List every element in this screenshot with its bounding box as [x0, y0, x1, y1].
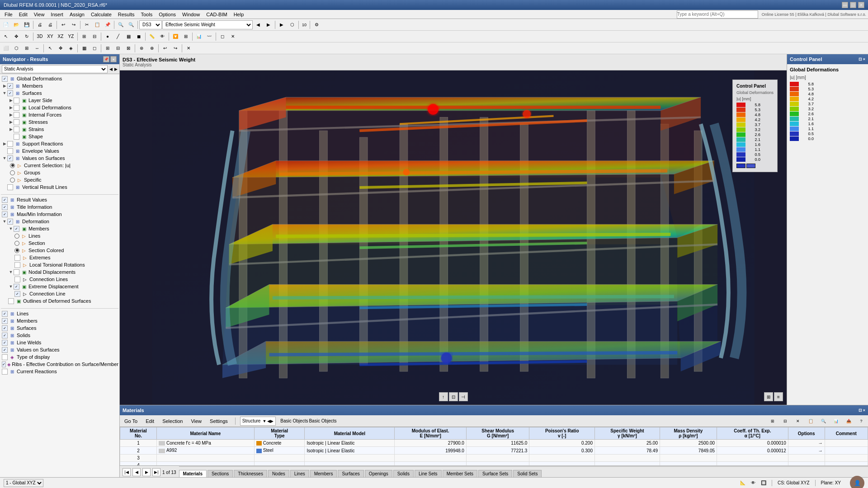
save-btn[interactable]: 💾 — [22, 20, 32, 30]
tb3-10[interactable]: ⊞ — [103, 43, 113, 53]
nav-result-values[interactable]: ✓ ⊞ Result Values — [1, 196, 118, 203]
nav-check-envelope[interactable] — [7, 148, 13, 154]
nav-check-members2[interactable]: ✓ — [14, 226, 19, 232]
tb3-9[interactable]: ◻ — [90, 43, 99, 53]
select-btn[interactable]: ↖ — [1, 32, 11, 42]
nav-global-def[interactable]: ✓ ⊞ Global Deformations — [1, 75, 118, 82]
new-btn[interactable]: 📄 — [1, 20, 11, 30]
tab-solid-sets[interactable]: Solid Sets — [513, 470, 542, 477]
menu-calculate[interactable]: Calculate — [88, 11, 114, 18]
nav-nodal-displ[interactable]: ▼ ▣ Nodal Displacements — [1, 268, 118, 276]
move-btn[interactable]: ✥ — [11, 32, 21, 42]
nav-check-deformation[interactable]: ✓ — [7, 219, 13, 225]
th-rho[interactable]: Mass Densityρ [kg/m³] — [660, 427, 717, 440]
nav-values-on-surfaces3[interactable]: ✓ ⊞ Values on Surfaces — [1, 346, 118, 353]
group-btn[interactable]: ⊞ — [181, 32, 191, 42]
structure-nav-next[interactable]: ▶ — [270, 419, 274, 423]
table-row[interactable]: 4 — [120, 461, 868, 465]
window-controls[interactable]: — □ × — [842, 2, 864, 8]
th-g[interactable]: Shear ModulusG [N/mm²] — [466, 427, 529, 440]
tab-lines[interactable]: Lines — [290, 470, 309, 477]
print2-btn[interactable]: 🖨 — [45, 20, 55, 30]
nav-current-reactions[interactable]: ⊞ Current Reactions — [1, 368, 118, 375]
tb3-11[interactable]: ⊟ — [113, 43, 123, 53]
menu-options[interactable]: Options — [156, 11, 179, 18]
nav-section-colored[interactable]: ▷ Section Colored — [1, 247, 118, 254]
nav-analysis-dropdown[interactable]: Static Analysis — [2, 65, 108, 73]
nav-members2[interactable]: ▼ ✓ ▣ Members — [1, 225, 118, 232]
tab-surfaces[interactable]: Surfaces — [338, 470, 363, 477]
view-right-btn[interactable]: ⊡ — [449, 392, 458, 401]
nav-check-connection-lines[interactable] — [14, 277, 20, 282]
nav-values-surfaces[interactable]: ▼ ✓ ⊞ Values on Surfaces — [1, 155, 118, 162]
tb3-5[interactable]: ↖ — [45, 43, 55, 53]
view-3d-btn[interactable]: 3D — [35, 32, 45, 42]
wire-btn[interactable]: ⬡ — [287, 20, 297, 30]
bottom-panel-undock-btn[interactable]: ⊡ — [859, 408, 862, 413]
nav-surfaces3[interactable]: ✓ ⊞ Surfaces — [1, 324, 118, 332]
nav-check-values-surfaces[interactable]: ✓ — [7, 155, 13, 161]
bottom-selection-btn[interactable]: Selection — [160, 418, 185, 425]
nav-internal-forces[interactable]: ▶ ▣ Internal Forces — [1, 111, 118, 118]
nav-support-reactions[interactable]: ▶ ⊞ Support Reactions — [1, 140, 118, 147]
nav-check-lines3[interactable]: ✓ — [2, 311, 8, 317]
close-btn[interactable]: × — [858, 2, 864, 8]
th-e[interactable]: Modulus of Elast.E [N/mm²] — [395, 427, 467, 440]
copy-btn[interactable]: 📋 — [92, 20, 102, 30]
cut-btn[interactable]: ✂ — [82, 20, 92, 30]
table-btn-8[interactable]: ? — [856, 416, 866, 426]
render-btn[interactable]: ▶ — [277, 20, 287, 30]
tab-openings[interactable]: Openings — [365, 470, 392, 477]
nav-local-def[interactable]: ▶ ▣ Local Deformations — [1, 104, 118, 111]
nav-type-display[interactable]: ◈ Type of display — [1, 353, 118, 361]
tb3-3[interactable]: ⊞ — [22, 43, 32, 53]
open-btn[interactable]: 📂 — [11, 20, 21, 30]
menu-window[interactable]: Window — [179, 11, 203, 18]
snap-btn[interactable]: ⊞ — [79, 32, 89, 42]
nav-deformation[interactable]: ▼ ✓ ⊞ Deformation — [1, 218, 118, 225]
structure-dropdown-arrow[interactable]: ▼ — [262, 419, 266, 423]
nav-members3[interactable]: ✓ ⊞ Members — [1, 317, 118, 324]
minimize-btn[interactable]: — — [842, 2, 848, 8]
th-model[interactable]: Material Model — [305, 427, 395, 440]
page-last-btn[interactable]: ▶| — [152, 468, 160, 476]
next-load-btn[interactable]: ▶ — [264, 20, 274, 30]
measure-btn[interactable]: 📏 — [147, 32, 157, 42]
menu-file[interactable]: File — [2, 11, 15, 18]
radio-section-colored[interactable] — [14, 248, 19, 253]
nav-check-surfaces[interactable]: ✓ — [7, 90, 13, 96]
view-top-btn[interactable]: ⊣ — [459, 392, 468, 401]
page-next-btn[interactable]: ▶ — [142, 468, 151, 476]
table-btn-4[interactable]: 📋 — [806, 416, 816, 426]
zoom-in-btn[interactable]: 🔍 — [116, 20, 126, 30]
nav-connection-lines[interactable]: ▷ Connection Lines — [1, 276, 118, 283]
radio-section[interactable] — [14, 241, 19, 246]
tb3-1[interactable]: ⬜ — [1, 43, 11, 53]
structure-nav-prev[interactable]: ◀ — [267, 419, 270, 423]
tb3-8[interactable]: ▦ — [79, 43, 89, 53]
tb3-6[interactable]: ✥ — [56, 43, 66, 53]
nav-lines3[interactable]: ✓ ⊞ Lines — [1, 310, 118, 317]
view-xy-btn[interactable]: XY — [45, 32, 55, 42]
nav-check-result-values[interactable]: ✓ — [2, 197, 8, 203]
zoom-out-btn[interactable]: 🔍 — [126, 20, 136, 30]
tb3-7[interactable]: ◈ — [66, 43, 76, 53]
tab-materials[interactable]: Materials — [179, 470, 207, 477]
bottom-panel-close-btn[interactable]: × — [863, 408, 865, 413]
nav-members[interactable]: ▶ ✓ ⊞ Members — [1, 82, 118, 89]
table-row[interactable]: 3 — [120, 454, 868, 461]
table-btn-5[interactable]: 🔍 — [818, 416, 828, 426]
print-btn[interactable]: 🖨 — [35, 20, 45, 30]
nav-check-maxmin[interactable]: ✓ — [2, 211, 8, 217]
nav-local-torsional[interactable]: ▷ Local Torsional Rotations — [1, 261, 118, 268]
th-no[interactable]: MaterialNo. — [120, 427, 157, 440]
nav-check-global-def[interactable]: ✓ — [2, 76, 8, 82]
menu-help[interactable]: Help — [231, 11, 247, 18]
table-row[interactable]: 2A992SteelIsotropic | Linear Elastic1999… — [120, 447, 868, 454]
tab-solids[interactable]: Solids — [393, 470, 414, 477]
menu-edit[interactable]: Edit — [16, 11, 30, 18]
tab-line-sets[interactable]: Line Sets — [415, 470, 442, 477]
tb3-12[interactable]: ⊠ — [123, 43, 133, 53]
nav-specific[interactable]: ▷ Specific — [1, 176, 118, 183]
solid-btn[interactable]: ◼ — [134, 32, 144, 42]
